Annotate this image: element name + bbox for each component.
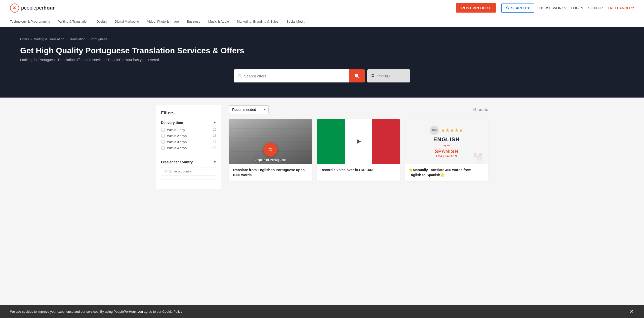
results-area: Recommended Price: Low to High Price: Hi… <box>229 105 488 189</box>
filter-option-1day: Within 1 day 22 <box>161 128 216 132</box>
category-filter-pill[interactable]: Portugu... <box>367 69 410 82</box>
breadcrumb: Offers › Writing & Translation › Transla… <box>20 37 624 41</box>
filters-title: Filters <box>161 110 216 116</box>
card-1-title: Translate from English to Portuguese up … <box>232 168 308 177</box>
category-pill-label: Portugu... <box>377 74 393 78</box>
sort-select[interactable]: Recommended Price: Low to High Price: Hi… <box>229 105 269 114</box>
nav-video[interactable]: Video, Photo & Image <box>147 20 179 23</box>
cards-grid: Hello! Chat English to Portuguese Transl… <box>229 119 488 181</box>
delivery-time-chevron: ▼ <box>213 121 216 124</box>
nav-marketing[interactable]: Marketing, Branding & Sales <box>237 20 278 23</box>
hero-subtitle: Looking for Portuguese Translation offer… <box>20 58 624 62</box>
search-button[interactable]: SEARCH ▾ <box>501 4 534 13</box>
label-2days: Within 2 days <box>167 134 187 138</box>
hero-section: Offers › Writing & Translation › Transla… <box>0 27 644 98</box>
svg-rect-7 <box>372 76 373 77</box>
count-3days: 40 <box>213 140 216 144</box>
country-chevron: ▼ <box>213 160 216 164</box>
breadcrumb-offers[interactable]: Offers <box>20 37 29 41</box>
nav-writing[interactable]: Writing & Translation <box>58 20 89 23</box>
card-2-image <box>317 119 400 164</box>
search-submit-icon <box>354 73 359 78</box>
delivery-time-header[interactable]: Delivery time ▼ <box>161 121 216 125</box>
card-3-body: ⭐Manually Translate 400 words from Engli… <box>405 164 488 181</box>
nav-music[interactable]: Music & Audio <box>208 20 229 23</box>
flag-green <box>317 119 345 164</box>
breadcrumb-writing[interactable]: Writing & Translation <box>34 37 64 41</box>
results-header: Recommended Price: Low to High Price: Hi… <box>229 105 488 114</box>
nav-digital-marketing[interactable]: Digital Marketing <box>115 20 139 23</box>
country-search-wrap <box>161 167 216 175</box>
svg-rect-8 <box>373 76 374 77</box>
hero-search-wrapper: Portugu... <box>20 69 624 82</box>
filters-panel: Filters Delivery time ▼ Within 1 day 22 … <box>156 105 221 189</box>
country-label: Freelancer country <box>161 160 193 164</box>
country-search-icon <box>164 170 168 173</box>
radio-1day[interactable] <box>161 128 165 132</box>
card-3-image: PMS ★★★★★ ENGLISH ⇒⇒ SPANISH TRANSATION … <box>405 119 488 164</box>
label-1day: Within 1 day <box>167 128 185 132</box>
results-count: 41 results <box>473 108 488 112</box>
search-input[interactable] <box>244 74 345 78</box>
search-submit-button[interactable] <box>349 69 365 82</box>
top-nav: Technology & Programming Writing & Trans… <box>0 16 644 27</box>
country-input[interactable] <box>170 169 213 173</box>
nav-technology[interactable]: Technology & Programming <box>10 20 50 23</box>
nav-social[interactable]: Social Media <box>287 20 305 23</box>
country-header[interactable]: Freelancer country ▼ <box>161 160 216 164</box>
svg-point-4 <box>355 74 358 77</box>
search-field-wrap <box>234 69 349 82</box>
breadcrumb-translation[interactable]: Translation <box>69 37 86 41</box>
search-icon <box>506 6 510 10</box>
card-2[interactable]: Record a voice over in ITALIAN <box>317 119 400 181</box>
nav-design[interactable]: Design <box>96 20 106 23</box>
play-button[interactable] <box>353 136 364 147</box>
filter-option-2days: Within 2 days 33 <box>161 134 216 138</box>
header: peopleperhour POST PROJECT SEARCH ▾ HOW … <box>0 0 644 16</box>
filter-option-4days: Within 4 days 40 <box>161 146 216 150</box>
card-2-title: Record a voice over in ITALIAN <box>320 168 396 173</box>
signup-link[interactable]: SIGN UP <box>588 6 603 10</box>
count-4days: 40 <box>213 146 216 150</box>
logo-icon <box>10 4 19 13</box>
label-3days: Within 3 days <box>167 140 187 144</box>
count-2days: 33 <box>213 134 216 138</box>
label-4days: Within 4 days <box>167 146 187 150</box>
delivery-time-section: Delivery time ▼ Within 1 day 22 Within 2… <box>161 121 216 156</box>
card-1-body: Translate from English to Portuguese up … <box>229 164 312 181</box>
nav-business[interactable]: Business <box>187 20 200 23</box>
card-3-title: ⭐Manually Translate 400 words from Engli… <box>409 168 485 177</box>
radio-4days[interactable] <box>161 146 165 150</box>
radio-2days[interactable] <box>161 134 165 138</box>
svg-rect-6 <box>373 74 374 75</box>
svg-point-1 <box>15 7 16 8</box>
filter-option-3days: Within 3 days 40 <box>161 140 216 144</box>
count-1day: 22 <box>213 128 216 131</box>
freelancer-link[interactable]: FREELANCER? <box>608 6 634 10</box>
card-1[interactable]: Hello! Chat English to Portuguese Transl… <box>229 119 312 181</box>
card-2-body: Record a voice over in ITALIAN <box>317 164 400 176</box>
how-it-works-link[interactable]: HOW IT WORKS <box>539 6 566 10</box>
search-field-icon <box>238 74 242 78</box>
main-content: Filters Delivery time ▼ Within 1 day 22 … <box>146 98 498 196</box>
card-3[interactable]: PMS ★★★★★ ENGLISH ⇒⇒ SPANISH TRANSATION … <box>405 119 488 181</box>
logo[interactable]: peopleperhour <box>10 4 55 13</box>
card-1-image: Hello! Chat English to Portuguese <box>229 119 312 164</box>
breadcrumb-current: Portuguese <box>91 37 107 41</box>
grid-icon <box>371 74 375 78</box>
svg-rect-5 <box>372 74 373 75</box>
hero-title: Get High Quality Portuguese Translation … <box>20 46 624 55</box>
login-link[interactable]: LOG IN <box>571 6 583 10</box>
delivery-time-label: Delivery time <box>161 121 183 125</box>
post-project-button[interactable]: POST PROJECT <box>456 3 496 13</box>
header-right: POST PROJECT SEARCH ▾ HOW IT WORKS LOG I… <box>456 3 634 13</box>
country-section: Freelancer country ▼ <box>161 160 216 180</box>
logo-text: peopleperhour <box>21 5 55 11</box>
radio-3days[interactable] <box>161 140 165 144</box>
flag-red <box>372 119 400 164</box>
